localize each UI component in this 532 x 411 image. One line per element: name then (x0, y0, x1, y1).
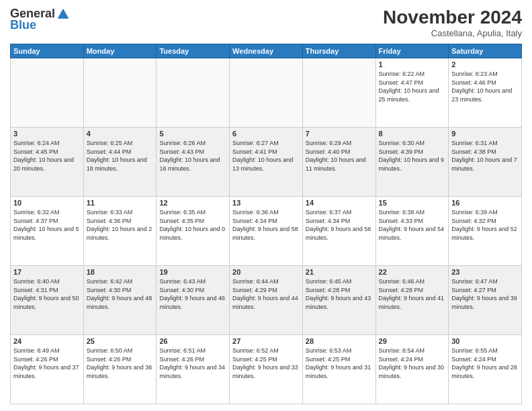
day-info: Sunrise: 6:55 AM Sunset: 4:24 PM Dayligh… (451, 347, 519, 380)
day-info: Sunrise: 6:36 AM Sunset: 4:34 PM Dayligh… (232, 208, 300, 242)
day-cell-3-6: 23Sunrise: 6:47 AM Sunset: 4:27 PM Dayli… (449, 266, 522, 335)
day-info: Sunrise: 6:31 AM Sunset: 4:38 PM Dayligh… (451, 139, 519, 173)
day-cell-1-6: 9Sunrise: 6:31 AM Sunset: 4:38 PM Daylig… (449, 128, 522, 197)
day-cell-4-0: 24Sunrise: 6:49 AM Sunset: 4:26 PM Dayli… (11, 335, 84, 404)
day-number: 29 (379, 337, 446, 345)
day-cell-4-3: 27Sunrise: 6:52 AM Sunset: 4:25 PM Dayli… (230, 335, 303, 404)
day-info: Sunrise: 6:30 AM Sunset: 4:39 PM Dayligh… (379, 139, 446, 173)
weekday-header-row: Sunday Monday Tuesday Wednesday Thursday… (11, 44, 522, 58)
header-saturday: Saturday (449, 44, 522, 58)
day-number: 27 (232, 337, 300, 345)
day-cell-0-4 (302, 58, 375, 128)
day-cell-1-1: 4Sunrise: 6:25 AM Sunset: 4:44 PM Daylig… (83, 128, 157, 197)
week-row-5: 24Sunrise: 6:49 AM Sunset: 4:26 PM Dayli… (11, 335, 522, 404)
day-cell-4-6: 30Sunrise: 6:55 AM Sunset: 4:24 PM Dayli… (449, 335, 522, 404)
day-number: 1 (379, 60, 446, 68)
logo-blue-text: Blue (10, 18, 36, 32)
day-cell-3-5: 22Sunrise: 6:46 AM Sunset: 4:28 PM Dayli… (375, 266, 449, 335)
title-block: November 2024 Castellana, Apulia, Italy (383, 7, 522, 38)
day-cell-4-2: 26Sunrise: 6:51 AM Sunset: 4:26 PM Dayli… (157, 335, 230, 404)
day-number: 20 (232, 268, 300, 276)
day-info: Sunrise: 6:46 AM Sunset: 4:28 PM Dayligh… (379, 277, 446, 311)
day-cell-0-1 (83, 58, 157, 128)
day-cell-2-0: 10Sunrise: 6:32 AM Sunset: 4:37 PM Dayli… (11, 197, 84, 266)
calendar-body: 1Sunrise: 6:22 AM Sunset: 4:47 PM Daylig… (11, 58, 522, 404)
day-info: Sunrise: 6:45 AM Sunset: 4:28 PM Dayligh… (306, 277, 373, 311)
day-cell-0-6: 2Sunrise: 6:23 AM Sunset: 4:46 PM Daylig… (449, 58, 522, 128)
day-cell-4-5: 29Sunrise: 6:54 AM Sunset: 4:24 PM Dayli… (375, 335, 449, 404)
week-row-1: 1Sunrise: 6:22 AM Sunset: 4:47 PM Daylig… (11, 58, 522, 128)
header-friday: Friday (375, 44, 449, 58)
day-info: Sunrise: 6:23 AM Sunset: 4:46 PM Dayligh… (451, 70, 519, 103)
day-number: 16 (451, 199, 519, 207)
day-info: Sunrise: 6:53 AM Sunset: 4:25 PM Dayligh… (306, 347, 373, 380)
day-cell-3-4: 21Sunrise: 6:45 AM Sunset: 4:28 PM Dayli… (302, 266, 375, 335)
day-number: 26 (159, 337, 226, 345)
header-tuesday: Tuesday (157, 44, 230, 58)
day-cell-2-6: 16Sunrise: 6:39 AM Sunset: 4:32 PM Dayli… (449, 197, 522, 266)
day-number: 7 (306, 130, 373, 138)
day-cell-0-2 (157, 58, 230, 128)
day-number: 19 (159, 268, 226, 276)
day-info: Sunrise: 6:54 AM Sunset: 4:24 PM Dayligh… (379, 347, 446, 380)
day-info: Sunrise: 6:49 AM Sunset: 4:26 PM Dayligh… (13, 347, 81, 380)
day-number: 8 (379, 130, 446, 138)
day-cell-4-1: 25Sunrise: 6:50 AM Sunset: 4:26 PM Dayli… (83, 335, 157, 404)
day-number: 4 (87, 130, 154, 138)
week-row-3: 10Sunrise: 6:32 AM Sunset: 4:37 PM Dayli… (11, 197, 522, 266)
day-number: 6 (232, 130, 300, 138)
day-cell-2-4: 14Sunrise: 6:37 AM Sunset: 4:34 PM Dayli… (302, 197, 375, 266)
day-info: Sunrise: 6:26 AM Sunset: 4:43 PM Dayligh… (159, 139, 226, 173)
day-cell-2-5: 15Sunrise: 6:38 AM Sunset: 4:33 PM Dayli… (375, 197, 449, 266)
day-number: 10 (13, 199, 81, 207)
day-info: Sunrise: 6:50 AM Sunset: 4:26 PM Dayligh… (87, 347, 154, 380)
day-cell-1-0: 3Sunrise: 6:24 AM Sunset: 4:45 PM Daylig… (11, 128, 84, 197)
day-info: Sunrise: 6:29 AM Sunset: 4:40 PM Dayligh… (306, 139, 373, 173)
day-number: 21 (306, 268, 373, 276)
location-subtitle: Castellana, Apulia, Italy (383, 28, 522, 38)
day-number: 13 (232, 199, 300, 207)
day-number: 14 (306, 199, 373, 207)
day-cell-3-3: 20Sunrise: 6:44 AM Sunset: 4:29 PM Dayli… (230, 266, 303, 335)
day-info: Sunrise: 6:38 AM Sunset: 4:33 PM Dayligh… (379, 208, 446, 242)
day-number: 3 (13, 130, 81, 138)
header-thursday: Thursday (302, 44, 375, 58)
day-info: Sunrise: 6:51 AM Sunset: 4:26 PM Dayligh… (159, 347, 226, 380)
day-info: Sunrise: 6:39 AM Sunset: 4:32 PM Dayligh… (451, 208, 519, 242)
logo: General Blue (10, 7, 70, 32)
day-info: Sunrise: 6:37 AM Sunset: 4:34 PM Dayligh… (306, 208, 373, 242)
svg-marker-0 (58, 8, 69, 18)
day-number: 22 (379, 268, 446, 276)
day-info: Sunrise: 6:52 AM Sunset: 4:25 PM Dayligh… (232, 347, 300, 380)
day-cell-1-5: 8Sunrise: 6:30 AM Sunset: 4:39 PM Daylig… (375, 128, 449, 197)
day-cell-3-0: 17Sunrise: 6:40 AM Sunset: 4:31 PM Dayli… (11, 266, 84, 335)
header-sunday: Sunday (11, 44, 84, 58)
day-number: 24 (13, 337, 81, 345)
day-cell-1-4: 7Sunrise: 6:29 AM Sunset: 4:40 PM Daylig… (302, 128, 375, 197)
day-info: Sunrise: 6:44 AM Sunset: 4:29 PM Dayligh… (232, 277, 300, 311)
calendar-table: Sunday Monday Tuesday Wednesday Thursday… (10, 44, 522, 404)
week-row-2: 3Sunrise: 6:24 AM Sunset: 4:45 PM Daylig… (11, 128, 522, 197)
day-number: 15 (379, 199, 446, 207)
day-info: Sunrise: 6:24 AM Sunset: 4:45 PM Dayligh… (13, 139, 81, 173)
day-number: 12 (159, 199, 226, 207)
header-monday: Monday (83, 44, 157, 58)
day-number: 5 (159, 130, 226, 138)
header: General Blue November 2024 Castellana, A… (10, 7, 522, 38)
header-wednesday: Wednesday (230, 44, 303, 58)
day-cell-0-0 (11, 58, 84, 128)
day-number: 30 (451, 337, 519, 345)
logo-icon (56, 7, 70, 21)
day-number: 25 (87, 337, 154, 345)
day-info: Sunrise: 6:27 AM Sunset: 4:41 PM Dayligh… (232, 139, 300, 173)
day-cell-3-2: 19Sunrise: 6:43 AM Sunset: 4:30 PM Dayli… (157, 266, 230, 335)
day-info: Sunrise: 6:43 AM Sunset: 4:30 PM Dayligh… (159, 277, 226, 311)
day-number: 23 (451, 268, 519, 276)
day-cell-0-3 (230, 58, 303, 128)
day-number: 28 (306, 337, 373, 345)
day-cell-3-1: 18Sunrise: 6:42 AM Sunset: 4:30 PM Dayli… (83, 266, 157, 335)
day-info: Sunrise: 6:47 AM Sunset: 4:27 PM Dayligh… (451, 277, 519, 311)
day-info: Sunrise: 6:22 AM Sunset: 4:47 PM Dayligh… (379, 70, 446, 103)
day-cell-1-3: 6Sunrise: 6:27 AM Sunset: 4:41 PM Daylig… (230, 128, 303, 197)
day-number: 18 (87, 268, 154, 276)
